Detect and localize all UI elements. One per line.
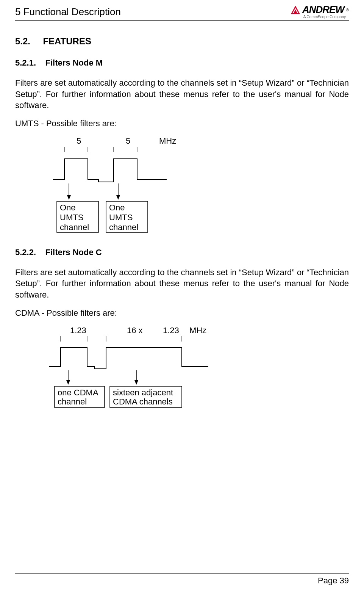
- para-5-2-2: Filters are set automatically according …: [15, 267, 349, 301]
- umts-box1-l2: UMTS: [60, 213, 83, 222]
- page-number: Page 39: [318, 576, 349, 585]
- filters-line-cdma: CDMA - Possible filters are:: [15, 307, 349, 319]
- section-5-2-1-heading: 5.2.1. Filters Node M: [15, 58, 349, 68]
- section-5-2-2-heading: 5.2.2. Filters Node C: [15, 248, 349, 257]
- section-5-2-num: 5.2.: [15, 36, 30, 46]
- logo-tagline: A CommScope Company: [303, 15, 346, 19]
- cdma-box2-l2: CDMA channels: [113, 397, 173, 406]
- para-5-2-1: Filters are set automatically according …: [15, 77, 349, 111]
- cdma-box1-l2: channel: [58, 397, 87, 406]
- cdma-mult: 16 x: [127, 326, 143, 335]
- section-5-2-2-title: Filters Node C: [45, 248, 102, 257]
- umts-box1-l3: channel: [60, 223, 89, 232]
- umts-width-2: 5: [126, 136, 130, 146]
- cdma-unit: MHz: [189, 326, 206, 335]
- diagram-umts-svg: 5 5 MHz One UMTS channel One UMTS channe…: [49, 136, 193, 235]
- svg-marker-10: [116, 195, 120, 200]
- logo-text: ANDREW: [302, 4, 344, 16]
- svg-marker-18: [66, 380, 70, 385]
- svg-marker-20: [134, 380, 138, 385]
- umts-width-1: 5: [77, 136, 81, 146]
- page-footer: Page 39: [15, 573, 349, 586]
- diagram-cdma-svg: 1.23 16 x 1.23 MHz one CDMA channel sixt…: [49, 326, 231, 409]
- cdma-width-1: 1.23: [70, 326, 86, 335]
- cdma-width-2: 1.23: [163, 326, 179, 335]
- svg-marker-8: [67, 195, 71, 200]
- diagram-umts: 5 5 MHz One UMTS channel One UMTS channe…: [49, 136, 349, 236]
- chapter-title: 5 Functional Description: [15, 4, 121, 18]
- diagram-cdma: 1.23 16 x 1.23 MHz one CDMA channel sixt…: [49, 326, 349, 411]
- section-5-2-2-num: 5.2.2.: [15, 248, 36, 257]
- filters-line-umts: UMTS - Possible filters are:: [15, 118, 349, 129]
- section-5-2-1-num: 5.2.1.: [15, 58, 36, 67]
- umts-box2-l2: UMTS: [109, 213, 133, 222]
- cdma-box1-l1: one CDMA: [58, 388, 98, 397]
- umts-box1-l1: One: [60, 203, 76, 212]
- logo-mark-icon: [290, 5, 301, 15]
- umts-unit: MHz: [159, 136, 176, 146]
- section-5-2-heading: 5.2. FEATURES: [15, 36, 349, 47]
- cdma-box2-l1: sixteen adjacent: [113, 388, 173, 397]
- page-header: 5 Functional Description ANDREW ® A Comm…: [15, 4, 349, 21]
- section-5-2-title: FEATURES: [43, 36, 91, 46]
- umts-box2-l1: One: [109, 203, 125, 212]
- section-5-2-1-title: Filters Node M: [45, 58, 103, 67]
- umts-box2-l3: channel: [109, 223, 138, 232]
- brand-logo: ANDREW ® A CommScope Company: [290, 4, 349, 19]
